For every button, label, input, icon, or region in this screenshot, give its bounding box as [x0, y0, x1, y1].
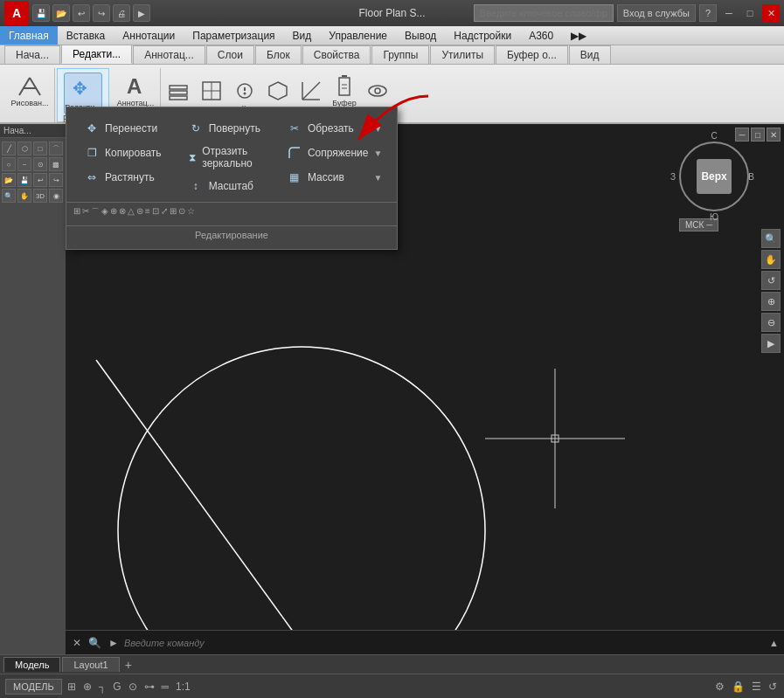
- small-tool-13[interactable]: ⊙: [178, 206, 185, 218]
- redo-icon[interactable]: ↪: [93, 4, 110, 22]
- tab-add-button[interactable]: +: [121, 658, 135, 672]
- ribbon-tab-7[interactable]: Утилиты: [430, 45, 495, 64]
- maximize-button[interactable]: □: [741, 4, 759, 22]
- svg-rect-7: [170, 96, 187, 100]
- otrack-icon[interactable]: ⊶: [142, 679, 156, 695]
- fillet-item[interactable]: Сопряжение ▼: [278, 141, 392, 165]
- small-tool-1[interactable]: ⊞: [73, 206, 80, 218]
- panel-tool-spline[interactable]: ~: [17, 157, 31, 171]
- panel-tool-pan[interactable]: ✋: [17, 189, 31, 203]
- workspace-icon[interactable]: ☰: [750, 679, 763, 695]
- trim-arrow: ▼: [373, 124, 382, 134]
- menu-item-manage[interactable]: Управление: [320, 26, 396, 45]
- menu-item-insert[interactable]: Вставка: [58, 26, 114, 45]
- tab-layout1[interactable]: Layout1: [62, 657, 119, 672]
- ribbon-tab-3[interactable]: Слои: [206, 45, 254, 64]
- panel-tool-arc[interactable]: ⌒: [49, 142, 63, 155]
- trim-item[interactable]: ✂ Обрезать ▼: [278, 116, 392, 141]
- panel-tool-poly[interactable]: ⬡: [17, 142, 31, 155]
- small-tool-5[interactable]: ⊕: [110, 206, 117, 218]
- copy-item[interactable]: ❐ Копировать: [75, 141, 170, 165]
- panel-tool-undo[interactable]: ↩: [33, 173, 47, 187]
- cmd-search-btn[interactable]: 🔍: [87, 635, 103, 651]
- panel-tool-save[interactable]: 💾: [17, 173, 31, 187]
- fillet-arrow: ▼: [373, 149, 382, 158]
- command-input[interactable]: [124, 638, 766, 648]
- model-space-btn[interactable]: МОДЕЛЬ: [5, 679, 62, 695]
- refresh-icon[interactable]: ↺: [767, 679, 779, 695]
- tab-model[interactable]: Модель: [3, 657, 60, 672]
- ribbon-tab-4[interactable]: Блок: [255, 45, 302, 64]
- array-item[interactable]: ▦ Массив ▼: [278, 165, 392, 190]
- svg-line-15: [302, 82, 320, 100]
- snap2-icon[interactable]: ⊙: [127, 679, 139, 695]
- ribbon-tab-2[interactable]: Аннотац...: [133, 45, 205, 64]
- save-icon[interactable]: 💾: [32, 4, 50, 22]
- stretch-item[interactable]: ⇔ Растянуть: [75, 165, 170, 190]
- ribbon-tab-8[interactable]: Буфер о...: [496, 45, 568, 64]
- panel-tool-hatch[interactable]: ▩: [49, 157, 63, 171]
- array-icon: ▦: [287, 169, 302, 185]
- search-input[interactable]: [474, 4, 614, 22]
- panel-tool-redo[interactable]: ↪: [49, 173, 63, 187]
- minimize-button[interactable]: ─: [720, 4, 738, 22]
- small-tool-6[interactable]: ⊗: [119, 206, 126, 218]
- ribbon-tab-9[interactable]: Вид: [569, 45, 611, 64]
- menu-item-addons[interactable]: Надстройки: [445, 26, 520, 45]
- small-tool-10[interactable]: ⊡: [152, 206, 159, 218]
- cmd-close-btn[interactable]: ✕: [71, 635, 83, 651]
- small-tool-9[interactable]: ≡: [145, 206, 150, 218]
- menu-item-view[interactable]: Вид: [284, 26, 321, 45]
- lineweight-icon[interactable]: ═: [160, 679, 171, 695]
- lock-icon[interactable]: 🔒: [730, 679, 746, 695]
- close-button[interactable]: ✕: [762, 4, 780, 22]
- ribbon-tab-6[interactable]: Группы: [371, 45, 429, 64]
- menu-item-a360[interactable]: А360: [520, 26, 562, 45]
- panel-tool-ellipse[interactable]: ⊙: [33, 157, 47, 171]
- menu-item-annotations[interactable]: Аннотации: [114, 26, 184, 45]
- mirror-item[interactable]: ⧗ Отразить зеркально: [179, 141, 269, 174]
- small-tool-2[interactable]: ✂: [82, 206, 89, 218]
- settings-icon[interactable]: ⚙: [713, 679, 726, 695]
- small-tool-7[interactable]: △: [128, 206, 135, 218]
- menu-item-home[interactable]: Главная: [0, 26, 58, 45]
- ortho-icon[interactable]: ┐: [97, 679, 108, 695]
- small-tool-14[interactable]: ☆: [187, 206, 195, 218]
- ribbon-tab-5[interactable]: Свойства: [302, 45, 371, 64]
- panel-tool-circle[interactable]: ○: [2, 157, 16, 171]
- snap-icon[interactable]: ⊕: [81, 679, 94, 695]
- panel-tool-rect[interactable]: □: [33, 142, 47, 155]
- menu-item-parametric[interactable]: Параметризация: [184, 26, 283, 45]
- more-icon[interactable]: ▶: [133, 4, 150, 22]
- polar-tracking-icon[interactable]: G: [111, 679, 122, 695]
- help-button[interactable]: ?: [699, 4, 717, 22]
- ribbon-tab-0[interactable]: Нача...: [4, 45, 60, 64]
- small-tool-8[interactable]: ⊜: [136, 206, 143, 218]
- scale-item[interactable]: ↕ Масштаб: [179, 174, 269, 198]
- open-icon[interactable]: 📂: [52, 4, 70, 22]
- small-tool-11[interactable]: ⤢: [161, 206, 168, 218]
- panel-tool-zoom[interactable]: 🔍: [2, 189, 16, 203]
- print-icon[interactable]: 🖨: [113, 4, 130, 22]
- small-tool-4[interactable]: ◈: [101, 206, 108, 218]
- panel-tool-3d[interactable]: 3D: [33, 189, 47, 203]
- cmd-scroll[interactable]: ▲: [769, 638, 779, 648]
- rotate-item[interactable]: ↻ Повернуть: [179, 116, 269, 141]
- menu-item-output[interactable]: Вывод: [396, 26, 445, 45]
- panel-tool-line[interactable]: ╱: [2, 142, 16, 155]
- small-tool-3[interactable]: ⌒: [91, 206, 100, 218]
- panel-tool-render[interactable]: ◉: [49, 189, 63, 203]
- cmd-arrow-btn[interactable]: ►: [107, 635, 121, 651]
- panel-tool-open[interactable]: 📂: [2, 173, 16, 187]
- undo-icon[interactable]: ↩: [73, 4, 90, 22]
- menu-item-more[interactable]: ▶▶: [562, 26, 595, 45]
- panel-label: Нача...: [0, 124, 66, 138]
- move-item[interactable]: ✥ Перенести: [75, 116, 170, 141]
- draw-button[interactable]: Рисован...: [10, 68, 49, 110]
- annotation-button[interactable]: A Аннотац...: [116, 68, 155, 110]
- login-button[interactable]: Вход в службы: [617, 4, 696, 22]
- ribbon-tab-1[interactable]: Редакти...: [61, 45, 132, 64]
- grid-icon[interactable]: ⊞: [66, 679, 78, 695]
- title-bar: A 💾 📂 ↩ ↪ 🖨 ▶ Floor Plan S... Вход в слу…: [0, 0, 784, 26]
- small-tool-12[interactable]: ⊞: [170, 206, 177, 218]
